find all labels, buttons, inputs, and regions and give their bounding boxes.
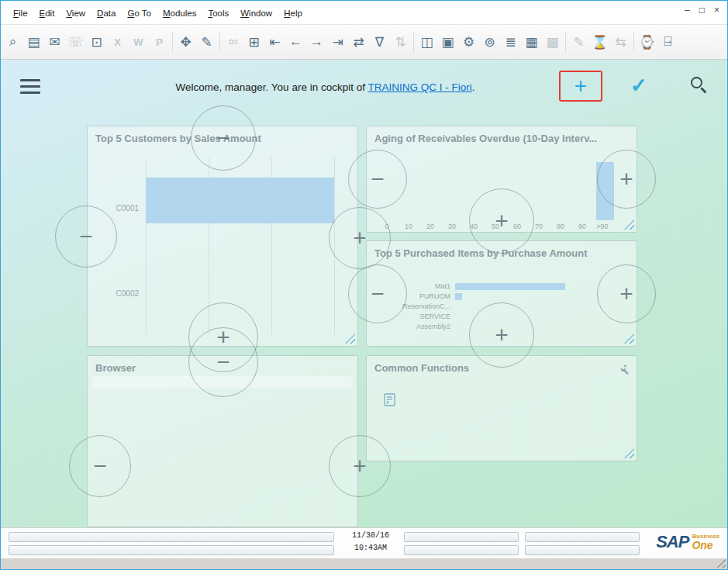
table-search-icon[interactable]: ▩ <box>542 30 563 54</box>
menu-bar: File Edit View Data Go To Modules Tools … <box>1 1 727 24</box>
x-tick: 80 <box>550 223 571 230</box>
window-resize-grip[interactable] <box>716 558 726 568</box>
wrench-icon[interactable] <box>616 364 629 379</box>
status-message-field <box>9 545 334 555</box>
chart-bar-c0001 <box>146 178 334 223</box>
purchased-left-minus-circle[interactable]: − <box>348 264 407 323</box>
find-icon[interactable]: ⌕ <box>2 30 23 54</box>
cockpit-dashboard: Welcome, manager. You are in cockpit of … <box>1 60 727 527</box>
status-info-field <box>525 545 640 555</box>
widget-resize-grip[interactable] <box>345 333 355 344</box>
last-record-icon[interactable]: ⇥ <box>327 30 348 54</box>
pdf-export-icon[interactable]: P <box>149 30 170 54</box>
cascade-windows-icon[interactable]: ▣ <box>437 30 458 54</box>
grid-icon[interactable]: ▦ <box>521 30 542 54</box>
aging-bottom-plus-circle[interactable]: + <box>469 188 534 254</box>
menu-data[interactable]: Data <box>97 9 116 18</box>
search-tail <box>700 87 706 93</box>
next-record-icon[interactable]: → <box>306 30 327 54</box>
menu-modules[interactable]: Modules <box>163 9 196 18</box>
widget-title: Aging of Receivables Overdue (10-Day Int… <box>367 126 637 144</box>
filter-icon[interactable]: ∇ <box>369 30 390 54</box>
close-icon[interactable]: × <box>714 5 719 16</box>
widget-resize-grip[interactable] <box>624 448 634 458</box>
menu-window[interactable]: Window <box>240 9 272 18</box>
browser-left-minus-circle[interactable]: − <box>69 435 131 497</box>
toolbar-separator <box>565 32 566 52</box>
x-tick: 20 <box>419 223 441 230</box>
excel-export-icon[interactable]: X <box>107 30 128 54</box>
linked-objects-icon[interactable]: ⊚ <box>479 30 500 54</box>
first-record-icon[interactable]: ⇤ <box>264 30 285 54</box>
logo-one-text: One <box>692 540 719 551</box>
welcome-prefix: Welcome, manager. You are in cockpit of <box>176 81 368 93</box>
maximize-icon[interactable]: □ <box>699 5 705 16</box>
widget-resize-grip[interactable] <box>624 333 634 344</box>
add-widget-icon[interactable]: + <box>574 75 587 97</box>
sap-business-one-logo: SAP Business One <box>656 534 719 551</box>
widget-resize-grip[interactable] <box>624 219 634 230</box>
browser-top-minus-circle[interactable]: − <box>188 327 258 397</box>
word-export-icon[interactable]: W <box>128 30 149 54</box>
menu-edit[interactable]: Edit <box>40 9 55 18</box>
x-tick: 90 <box>571 223 593 230</box>
cockpit-link[interactable]: TRAINING QC I - Fiori <box>367 81 471 93</box>
find-record-icon[interactable]: ∞ <box>223 30 243 54</box>
menu-view[interactable]: View <box>66 9 85 18</box>
browser-right-plus-circle[interactable]: + <box>329 435 391 497</box>
window-controls: – □ × <box>685 5 719 16</box>
split-screen-icon[interactable]: ◫ <box>416 30 437 54</box>
app-window: File Edit View Data Go To Modules Tools … <box>0 0 728 570</box>
alignment-icon[interactable]: ≣ <box>500 30 521 54</box>
purchased-bottom-plus-circle[interactable]: + <box>469 302 534 368</box>
window-bottom-strip <box>1 558 727 569</box>
document-flow-icon[interactable]: ⍈ <box>657 30 678 54</box>
status-info-field <box>525 532 640 542</box>
clock-icon[interactable]: ⌚ <box>637 30 657 54</box>
status-time: 10:43AM <box>342 544 399 552</box>
customers-left-minus-circle[interactable]: − <box>55 206 117 268</box>
add-record-icon[interactable]: ⊞ <box>243 30 264 54</box>
menu-file[interactable]: File <box>13 9 28 18</box>
menu-goto[interactable]: Go To <box>127 9 150 18</box>
toolbar-separator <box>633 32 634 52</box>
email-icon[interactable]: ✉ <box>44 30 65 54</box>
menu-tools[interactable]: Tools <box>208 9 229 18</box>
welcome-message: Welcome, manager. You are in cockpit of … <box>94 81 557 93</box>
print-icon[interactable]: ▤ <box>23 30 44 54</box>
customers-right-plus-circle[interactable]: + <box>329 207 391 269</box>
status-info-field <box>404 532 519 542</box>
fax-icon[interactable]: ☏ <box>65 30 86 54</box>
add-widget-highlight-box[interactable]: + <box>559 71 602 102</box>
transfer-icon[interactable]: ⇆ <box>610 30 631 54</box>
customers-top-minus-circle[interactable]: − <box>191 105 256 171</box>
x-tick: 10 <box>398 223 419 230</box>
menu-help[interactable]: Help <box>284 9 302 18</box>
search-icon[interactable] <box>691 77 709 95</box>
move-icon[interactable]: ✥ <box>175 30 196 54</box>
chart-bar-puruom <box>455 293 462 300</box>
purchased-right-plus-circle[interactable]: + <box>597 264 656 323</box>
sap-logo-text: SAP <box>656 534 688 551</box>
minimize-icon[interactable]: – <box>685 5 690 16</box>
category-label: Assembly2 <box>370 323 450 330</box>
launch-application-icon[interactable]: ✎ <box>196 30 217 54</box>
status-date: 11/30/16 <box>342 531 399 540</box>
form-settings-icon[interactable]: ⚙ <box>458 30 479 54</box>
aging-right-plus-circle[interactable]: + <box>597 150 656 209</box>
common-function-shortcut-icon[interactable] <box>384 393 395 409</box>
refresh-icon[interactable]: ⇄ <box>348 30 369 54</box>
print-preview-icon[interactable]: ⊡ <box>86 30 107 54</box>
previous-record-icon[interactable]: ← <box>285 30 306 54</box>
sort-icon[interactable]: ⇅ <box>390 30 411 54</box>
x-tick: >90 <box>592 223 613 230</box>
chart-bar-mat1 <box>455 283 565 290</box>
hamburger-menu-icon[interactable] <box>20 79 40 98</box>
x-tick: 30 <box>441 223 463 230</box>
toolbar: ⌕ ▤ ✉ ☏ ⊡ X W P ✥ ✎ ∞ ⊞ ⇤ ← → ⇥ ⇄ ∇ ⇅ ◫ … <box>1 24 727 60</box>
confirm-check-icon[interactable]: ✓ <box>630 74 647 98</box>
aging-left-minus-circle[interactable]: − <box>348 150 407 209</box>
widget-common-functions[interactable]: Common Functions <box>366 355 637 461</box>
history-icon[interactable]: ⌛ <box>589 30 610 54</box>
edit-pencil-icon[interactable]: ✎ <box>568 30 589 54</box>
